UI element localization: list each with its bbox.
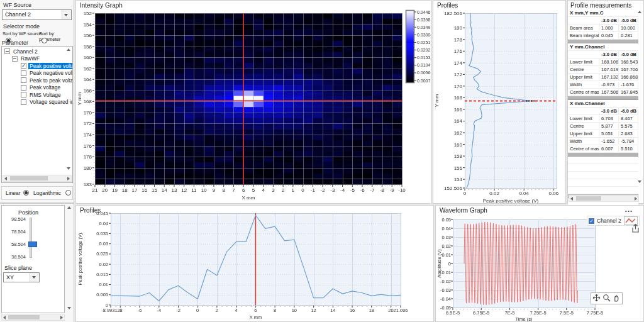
position-scroll-left-icon[interactable] [3,316,6,319]
tree-scroll-up-icon[interactable] [67,48,70,51]
intensity-heatmap-plot[interactable] [76,1,431,203]
position-scroll-right-icon[interactable] [60,316,63,319]
table-row[interactable]: Centre of mass167.506167.845 [568,89,638,96]
measurements-scroll-up-icon[interactable] [638,11,641,13]
table-row[interactable]: -3.0 dB-6.0 dB [568,108,638,115]
position-tick-98: 98.504 [4,216,26,222]
table-row[interactable]: -3.0 dB-6.0 dB [568,17,638,25]
profile-measurements-panel: Profile measurements X mm,Y mm.C-3.0 dB-… [567,0,644,204]
table-row[interactable]: Width-0.973-1.676 [568,81,638,89]
tree-scroll-left-icon[interactable] [4,177,7,180]
tree-hscroll-thumb[interactable] [10,176,48,180]
tree-row[interactable]: RawWF [2,55,65,63]
table-row[interactable] [568,172,638,179]
table-row[interactable]: Lower limit168.106168.543 [568,58,638,66]
table-row[interactable] [568,187,638,194]
table-row[interactable]: Width-1.652-5.784 [568,138,638,145]
export-share-icon[interactable] [631,223,640,236]
table-row[interactable]: Centre of mass6.0075.510 [568,145,638,153]
waveform-graph-title: Waveform Graph [440,207,487,214]
tree-collapse-icon[interactable] [12,56,18,62]
tree-row[interactable]: ✓Peak positive voltage [2,62,65,70]
table-row[interactable]: Upper limit5.0512.683 [568,130,638,138]
row-label: Centre of mass [568,146,599,152]
pan-tool-icon[interactable] [592,293,601,304]
table-row[interactable]: -3.0 dB-6.0 dB [568,51,638,58]
measurements-scroll-down-icon[interactable] [638,180,641,183]
tree-scroll-down-icon[interactable] [67,167,70,170]
measurements-scroll-right-icon[interactable] [635,197,637,201]
position-hscroll-thumb[interactable] [8,315,40,319]
table-row[interactable] [568,179,638,187]
wf-source-dropdown[interactable]: Channel 2 [2,9,72,20]
table-section-header-row: Y mm.Channel [568,43,638,51]
sort-by-parameter-radio[interactable] [42,38,47,43]
table-row[interactable]: Upper limit167.132166.868 [568,74,638,81]
selector-mode-label: Selector mode [3,23,40,30]
logarithmic-radio[interactable] [65,190,71,196]
position-panel: Position 98.504 78.504 58.504 38.504 Sli… [1,205,65,313]
measurements-hscrollbar[interactable] [569,195,639,202]
left-sidebar: WF Source Channel 2 Selector mode Sort b… [0,0,74,322]
zoom-tool-icon[interactable] [602,293,611,304]
position-scroll-up-icon[interactable] [67,206,71,209]
parameter-checkbox[interactable] [21,85,26,91]
scale-mode-group: Linear Logarithmic [1,186,73,200]
linear-radio[interactable] [23,190,29,196]
tree-row[interactable]: Voltage squared integral [2,99,65,106]
position-slider-track[interactable] [30,218,32,258]
row-value: 0.281 [619,33,638,38]
tree-node-rawwf[interactable]: RawWF [19,55,41,62]
tree-node-channel[interactable]: Channel 2 [12,48,39,55]
position-slider-thumb[interactable] [28,242,37,247]
position-hscrollbar[interactable] [1,314,65,321]
slice-plane-dropdown[interactable]: XY [3,272,40,282]
profiles-vertical-title: Profiles [437,2,458,9]
table-row[interactable] [568,164,638,172]
measurements-hscroll-thumb[interactable] [576,196,601,201]
tree-row[interactable]: Peak to peak voltage [2,77,65,84]
tree-row[interactable]: Channel 2 [2,48,65,55]
measurements-scroll-left-icon[interactable] [570,197,573,201]
tree-hscrollbar[interactable] [3,175,72,182]
graph-menu-icon[interactable]: … [625,204,633,214]
table-row[interactable]: Beam area1.00010.000 [568,25,638,32]
table-row[interactable]: Centre5.8775.575 [568,123,638,130]
tree-collapse-icon[interactable] [4,48,10,54]
position-tick-78: 78.504 [4,229,26,235]
measurements-table: X mm,Y mm.C-3.0 dB-6.0 dBBeam area1.0001… [568,9,638,206]
parameter-item-label[interactable]: RMS Voltage [28,92,62,98]
row-value: 2.683 [619,131,638,136]
tree-row[interactable]: RMS Voltage [2,91,65,99]
row-value: -3.0 dB [599,52,619,57]
horizontal-profile-plot[interactable] [76,206,433,321]
parameter-checkbox[interactable] [21,99,26,105]
row-value: -5.784 [619,138,638,144]
table-row[interactable] [568,157,638,164]
parameter-item-label[interactable]: Peak voltage [28,84,62,91]
parameter-item-label[interactable]: Peak negative voltage [28,70,73,76]
parameter-checkbox[interactable] [21,70,26,76]
tree-scroll-right-icon[interactable] [67,177,70,180]
tree-row[interactable]: Peak negative voltage [2,70,65,77]
legend-checkbox[interactable]: ✓ [589,218,594,224]
slice-plane-label: Slice plane [4,265,32,271]
parameter-item-label[interactable]: Peak positive voltage [28,63,73,69]
vertical-profile-plot[interactable] [433,1,565,203]
chevron-down-icon[interactable] [62,10,71,19]
intensity-graph-panel: Intensity Graph [75,0,431,204]
position-scroll-down-icon[interactable] [67,307,71,309]
tree-row[interactable]: Peak voltage [2,84,65,92]
parameter-checkbox[interactable]: ✓ [21,63,26,69]
parameter-checkbox[interactable] [21,77,26,83]
parameter-item-label[interactable]: Voltage squared integral [28,99,73,105]
row-value: 8.467 [619,116,638,121]
table-row[interactable]: Centre167.619167.706 [568,66,638,74]
hand-tool-icon[interactable] [613,293,621,304]
sort-by-wf-source-label: Sort by WF source [3,31,42,36]
parameter-checkbox[interactable] [21,92,26,97]
table-row[interactable]: Beam integral0.0450.281 [568,32,638,40]
parameter-item-label[interactable]: Peak to peak voltage [28,77,73,84]
chevron-down-icon[interactable] [30,273,39,282]
table-row[interactable]: Lower limit6.7038.467 [568,115,638,123]
